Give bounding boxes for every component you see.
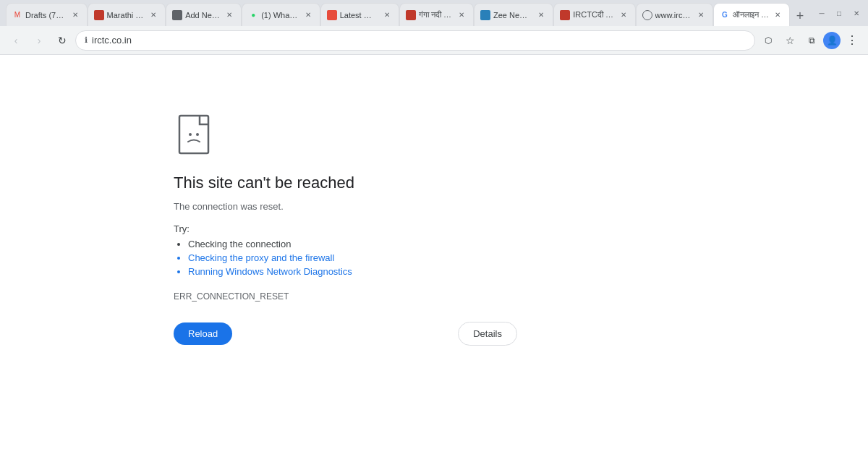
tab-title-whatsapp: (1) Whats... xyxy=(261,11,299,20)
svg-rect-0 xyxy=(179,116,208,153)
tab-favicon-www xyxy=(642,10,652,20)
suggestion-running-diagnostics[interactable]: Running Windows Network Diagnostics xyxy=(188,266,517,277)
browser-chrome: M Drafts (74...) ✕ Marathi N... ✕ Add Ne… xyxy=(0,0,868,55)
maximize-button[interactable]: □ xyxy=(833,7,845,19)
tabs-container: M Drafts (74...) ✕ Marathi N... ✕ Add Ne… xyxy=(6,0,810,26)
cast-button[interactable]: ⬡ xyxy=(758,30,778,51)
tab-title-ganga: गंगा नदी ज... xyxy=(419,10,453,20)
tab-favicon-marathi xyxy=(94,10,104,20)
button-row: Reload Details xyxy=(174,322,517,346)
tab-ganga[interactable]: गंगा नदी ज... ✕ xyxy=(399,3,474,26)
tab-close-gmail[interactable]: ✕ xyxy=(69,9,81,21)
reload-nav-button[interactable]: ↻ xyxy=(52,30,72,51)
suggestions-list: Checking the connection Checking the pro… xyxy=(174,239,517,277)
try-label: Try: xyxy=(174,223,517,234)
tab-title-marathi: Marathi N... xyxy=(107,11,145,20)
error-code: ERR_CONNECTION_RESET xyxy=(174,291,517,302)
tab-close-zee[interactable]: ✕ xyxy=(535,9,547,21)
sad-page-icon xyxy=(174,113,220,159)
lock-icon: ℹ xyxy=(85,35,88,45)
close-button[interactable]: ✕ xyxy=(851,7,862,19)
menu-button[interactable]: ⋮ xyxy=(842,30,862,51)
tab-latest[interactable]: Latest Ma... ✕ xyxy=(320,3,399,26)
tab-www[interactable]: www.irctc... ✕ xyxy=(636,3,713,26)
tab-title-zee: Zee News... xyxy=(493,11,532,20)
details-button[interactable]: Details xyxy=(458,322,517,346)
toolbar: ‹ › ↻ ℹ irctc.co.in ⬡ ☆ ⧉ 👤 ⋮ xyxy=(0,26,868,55)
bookmark-button[interactable]: ☆ xyxy=(780,30,800,51)
tab-favicon-google: G xyxy=(720,10,730,20)
split-view-button[interactable]: ⧉ xyxy=(801,30,822,51)
tab-title-gmail: Drafts (74...) xyxy=(25,11,67,20)
suggestion-text-2: Checking the proxy and the firewall xyxy=(188,252,334,263)
suggestion-checking-connection: Checking the connection xyxy=(188,239,517,249)
tab-title-addnew: Add New... xyxy=(185,11,221,20)
error-title: This site can't be reached xyxy=(174,174,517,192)
tab-favicon-addnew xyxy=(172,10,182,20)
minimize-button[interactable]: ─ xyxy=(816,7,827,19)
forward-button[interactable]: › xyxy=(29,30,49,51)
tab-title-google: ऑनलाइन 7... xyxy=(733,10,769,20)
tab-zee[interactable]: Zee News... ✕ xyxy=(474,3,553,26)
address-bar[interactable]: ℹ irctc.co.in xyxy=(75,30,755,51)
error-container: This site can't be reached The connectio… xyxy=(174,113,517,346)
tab-favicon-latest xyxy=(327,10,337,20)
suggestion-text-1: Checking the connection xyxy=(188,239,291,249)
svg-point-2 xyxy=(196,133,199,136)
error-subtitle: The connection was reset. xyxy=(174,201,517,212)
tab-marathi[interactable]: Marathi N... ✕ xyxy=(88,3,166,26)
new-tab-button[interactable]: + xyxy=(790,6,810,26)
page-content: This site can't be reached The connectio… xyxy=(0,55,868,470)
tab-title-irctc: IRCTCदी के... xyxy=(573,10,614,20)
tab-favicon-whatsapp: ● xyxy=(248,10,258,20)
tab-google[interactable]: G ऑनलाइन 7... ✕ xyxy=(713,3,790,26)
tab-favicon-gmail: M xyxy=(12,10,22,20)
tab-title-latest: Latest Ma... xyxy=(340,11,378,20)
tab-close-www[interactable]: ✕ xyxy=(695,9,707,21)
tab-close-ganga[interactable]: ✕ xyxy=(456,9,467,21)
tab-title-www: www.irctc... xyxy=(655,11,692,20)
suggestion-checking-proxy[interactable]: Checking the proxy and the firewall xyxy=(188,252,517,263)
tab-close-irctc[interactable]: ✕ xyxy=(618,9,629,21)
tab-close-whatsapp[interactable]: ✕ xyxy=(302,9,314,21)
reload-button[interactable]: Reload xyxy=(174,322,232,345)
tab-irctc[interactable]: IRCTCदी के... ✕ xyxy=(553,3,635,26)
tab-favicon-irctc xyxy=(560,10,570,20)
toolbar-actions: ⬡ ☆ ⧉ 👤 ⋮ xyxy=(758,30,862,51)
title-bar: M Drafts (74...) ✕ Marathi N... ✕ Add Ne… xyxy=(0,0,868,26)
tab-whatsapp[interactable]: ● (1) Whats... ✕ xyxy=(242,3,320,26)
profile-button[interactable]: 👤 xyxy=(823,32,841,49)
tab-close-latest[interactable]: ✕ xyxy=(381,9,393,21)
tab-favicon-zee xyxy=(480,10,490,20)
tab-addnew[interactable]: Add New... ✕ xyxy=(166,3,242,26)
svg-point-1 xyxy=(189,133,192,136)
tab-close-marathi[interactable]: ✕ xyxy=(148,9,159,21)
window-controls: ─ □ ✕ xyxy=(816,7,862,19)
back-button[interactable]: ‹ xyxy=(6,30,26,51)
tab-gmail[interactable]: M Drafts (74...) ✕ xyxy=(6,3,88,26)
address-url: irctc.co.in xyxy=(92,35,746,46)
suggestion-text-3: Running Windows Network Diagnostics xyxy=(188,266,352,277)
tab-favicon-ganga xyxy=(406,10,416,20)
tab-close-google[interactable]: ✕ xyxy=(772,9,783,21)
tab-close-addnew[interactable]: ✕ xyxy=(224,9,235,21)
